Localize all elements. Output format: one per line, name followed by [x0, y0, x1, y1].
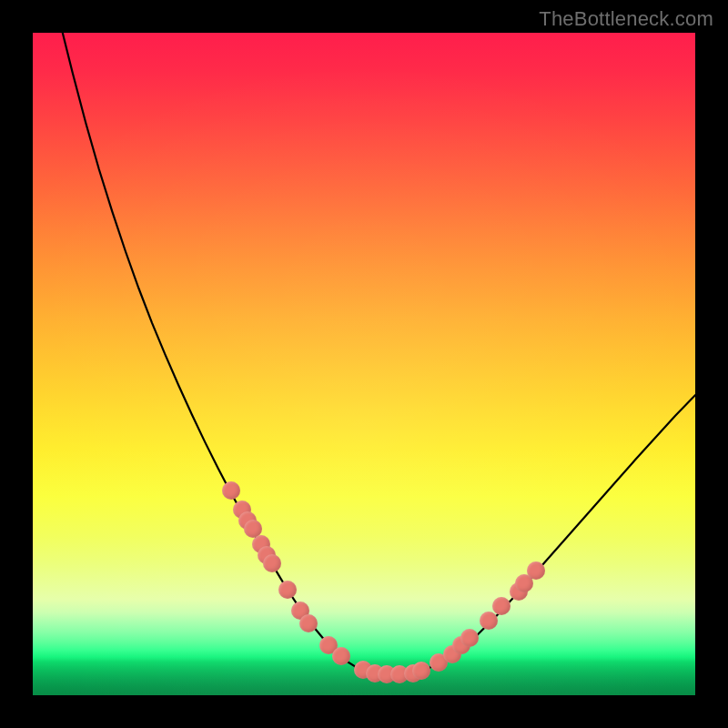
data-marker: [263, 554, 281, 572]
data-marker: [332, 647, 350, 665]
data-marker: [299, 614, 318, 632]
heat-gradient: [33, 33, 695, 695]
data-marker: [278, 581, 297, 599]
plot-area: [33, 33, 695, 695]
watermark-text: TheBottleneck.com: [539, 7, 713, 31]
chart-frame: TheBottleneck.com: [0, 0, 728, 728]
data-marker: [480, 612, 498, 630]
